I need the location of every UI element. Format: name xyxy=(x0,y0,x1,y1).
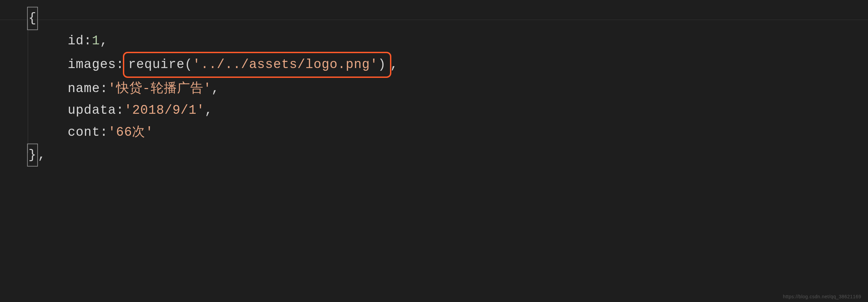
code-line-close-brace[interactable]: }, xyxy=(27,144,868,167)
comma: , xyxy=(390,57,398,72)
comma: , xyxy=(211,81,219,96)
open-paren: ( xyxy=(185,57,193,72)
string-value: '66次' xyxy=(108,125,153,139)
string-value: '快贷-轮播广告' xyxy=(108,81,211,96)
property-key: cont xyxy=(68,125,100,139)
code-line-cont[interactable]: cont:'66次' xyxy=(27,122,868,144)
colon: : xyxy=(84,34,92,48)
indent-guide xyxy=(28,20,28,153)
code-line-open-brace[interactable]: { xyxy=(27,7,868,30)
property-key: updata xyxy=(68,103,116,117)
string-value: '2018/9/1' xyxy=(124,103,205,117)
colon: : xyxy=(100,81,108,96)
code-line-images[interactable]: images:require('../../assets/logo.png'), xyxy=(27,52,868,78)
colon: : xyxy=(100,125,108,139)
number-value: 1 xyxy=(92,34,100,48)
code-editor[interactable]: { id:1, images:require('../../assets/log… xyxy=(0,0,868,173)
comma: , xyxy=(38,148,46,162)
comma: , xyxy=(100,34,108,48)
property-key: id xyxy=(68,34,84,48)
string-value: '../../assets/logo.png' xyxy=(193,57,378,72)
code-line-name[interactable]: name:'快贷-轮播广告', xyxy=(27,78,868,100)
close-brace: } xyxy=(27,144,38,167)
colon: : xyxy=(116,103,124,117)
code-line-id[interactable]: id:1, xyxy=(27,30,868,52)
property-key: name xyxy=(68,81,100,96)
function-name: require xyxy=(128,57,185,72)
watermark-text: https://blog.csdn.net/qq_38621169 xyxy=(783,294,861,299)
open-brace: { xyxy=(27,7,38,30)
comma: , xyxy=(205,103,213,117)
highlight-annotation: require('../../assets/logo.png') xyxy=(123,52,392,78)
code-line-updata[interactable]: updata:'2018/9/1', xyxy=(27,100,868,122)
property-key: images xyxy=(68,57,116,72)
close-paren: ) xyxy=(378,57,386,72)
